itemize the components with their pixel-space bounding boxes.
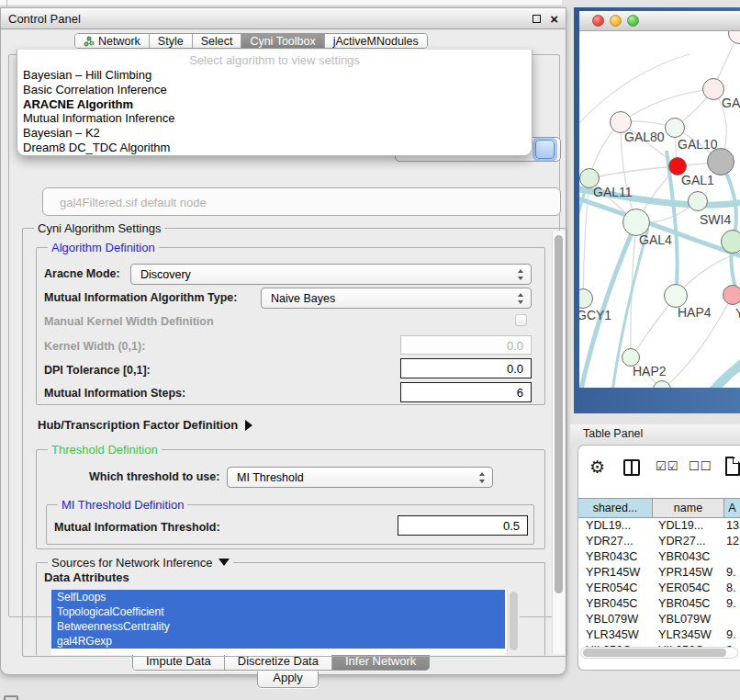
network-node-gal10[interactable] [665, 118, 685, 138]
table-cell: 8. [724, 581, 740, 596]
top-toolbar-strip [0, 0, 562, 6]
table-cell: YDR27... [653, 534, 724, 549]
aracne-mode-combobox[interactable]: Discovery [130, 264, 532, 285]
data-attributes-list[interactable]: SelfLoopsTopologicalCoefficientBetweenne… [51, 590, 520, 655]
kernel-width-value: 0.0 [507, 338, 523, 352]
close-traffic-light-icon[interactable] [592, 15, 604, 27]
table-cell: YER054C [653, 581, 724, 596]
table-hscrollbar[interactable] [580, 647, 738, 659]
table-cell [724, 612, 740, 627]
table-cell: YBR045C [578, 596, 653, 612]
algorithm-option-bayesian-k2[interactable]: Bayesian – K2 [21, 126, 528, 141]
mi-threshold-input[interactable]: 0.5 [398, 515, 528, 536]
sources-group: Sources for Network Inference Data Attri… [36, 562, 545, 656]
column-header-1[interactable]: name [653, 499, 724, 517]
network-table-combobox[interactable]: gal4Filtered.sif default node [42, 187, 561, 216]
attribute-item-betweennesscentrality[interactable]: BetweennessCentrality [51, 619, 505, 634]
node-label: SWI4 [700, 212, 731, 227]
table-cell: 9. [724, 596, 740, 612]
table-row[interactable]: YBR043CYBR043C [578, 549, 740, 565]
table-row[interactable]: YER054CYER054C8. [578, 581, 740, 596]
minimize-traffic-light-icon[interactable] [610, 15, 622, 27]
dropdown-items: Bayesian – Hill ClimbingBasic Correlatio… [21, 68, 528, 155]
kernel-width-input[interactable]: 0.0 [400, 335, 532, 355]
table-row[interactable]: YDR27...YDR27...12 [578, 534, 740, 549]
node-label: GAL80 [624, 130, 665, 144]
network-view-window: GALGAL80GAL10GAL1GAL11SWI4GAL4GCY1HAP4YH… [574, 7, 740, 413]
table-cell: YBR043C [653, 549, 724, 565]
network-node[interactable] [721, 230, 740, 254]
combobox-focus-button[interactable] [535, 140, 555, 159]
algorithm-option-dream8-dc-tdc-algorithm[interactable]: Dream8 DC_TDC Algorithm [21, 141, 528, 155]
network-node-y[interactable] [723, 285, 740, 305]
mi-threshold-label: Mutual Information Threshold: [54, 521, 220, 534]
table-cell: YBR043C [578, 549, 653, 565]
table-cell: YER054C [578, 581, 653, 596]
table-row[interactable]: YPR145WYPR145W9. [578, 565, 740, 581]
column-layout-icon[interactable] [623, 459, 640, 476]
mi-steps-input[interactable]: 6 [400, 382, 532, 402]
network-window-titlebar[interactable] [579, 11, 740, 31]
algorithm-option-aracne-algorithm[interactable]: ARACNE Algorithm [21, 97, 528, 112]
column-header-2[interactable]: A [724, 499, 740, 517]
tab-select[interactable]: Select [193, 34, 242, 48]
sources-title[interactable]: Sources for Network Inference [48, 556, 233, 570]
mi-steps-label: Mutual Information Steps: [44, 387, 185, 400]
gear-icon[interactable]: ⚙ [589, 457, 605, 478]
network-table-value: gal4Filtered.sif default node [60, 196, 207, 209]
aracne-mode-value: Discovery [140, 268, 191, 281]
float-window-icon[interactable] [533, 15, 541, 23]
export-table-icon[interactable] [725, 457, 740, 476]
attribute-item-topologicalcoefficient[interactable]: TopologicalCoefficient [51, 604, 505, 619]
table-panel-titlebar: Table Panel [570, 424, 740, 443]
zoom-traffic-light-icon[interactable] [627, 15, 639, 27]
node-label: GCY1 [579, 308, 611, 322]
which-threshold-combobox[interactable]: MI Threshold [227, 467, 493, 488]
settings-scrollbar[interactable] [552, 231, 565, 654]
hub-definition-expander[interactable]: Hub/Transcription Factor Definition [38, 418, 252, 432]
tab-style[interactable]: Style [150, 34, 193, 48]
attribute-item-selfloops[interactable]: SelfLoops [51, 590, 505, 604]
table-cell: YPR145W [653, 565, 724, 581]
table-cell: YPR145W [578, 565, 653, 581]
data-attributes-label: Data Attributes [44, 570, 129, 584]
spinner-icon [478, 472, 486, 483]
table-row[interactable]: YDL19...YDL19...13 [578, 518, 740, 534]
deselect-all-checkboxes-icon[interactable]: ☐☐ [689, 459, 712, 473]
window-restore-icon[interactable] [4, 695, 18, 700]
table-cell: YDL19... [578, 518, 653, 534]
network-canvas[interactable]: GALGAL80GAL10GAL1GAL11SWI4GAL4GCY1HAP4YH… [579, 31, 740, 388]
column-header-0[interactable]: shared... [578, 499, 653, 517]
spinner-icon [517, 269, 524, 280]
mi-type-combobox[interactable]: Naive Bayes [261, 288, 532, 309]
table-row[interactable]: YLR345WYLR345W9. [578, 627, 740, 643]
close-icon[interactable]: × [550, 10, 558, 28]
table-cell: YBL079W [653, 612, 724, 627]
table-row[interactable]: YBR045CYBR045C9. [578, 596, 740, 612]
table-row[interactable]: YBL079WYBL079W [578, 612, 740, 627]
network-node[interactable] [707, 148, 734, 175]
algorithm-definition-group: Algorithm Definition Aracne Mode: Discov… [36, 247, 545, 405]
algorithm-option-basic-correlation-inference[interactable]: Basic Correlation Inference [21, 83, 528, 97]
node-label: HAP4 [678, 305, 712, 320]
algorithm-option-bayesian-hill-climbing[interactable]: Bayesian – Hill Climbing [21, 68, 528, 83]
network-node-swi4[interactable] [688, 191, 708, 211]
cyni-algorithm-settings-group: Cyni Algorithm Settings Algorithm Defini… [22, 228, 567, 657]
attribute-item-gal4rgexp[interactable]: gal4RGexp [51, 634, 505, 649]
dpi-tolerance-input[interactable]: 0.0 [400, 358, 532, 378]
table-cell: 9. [724, 565, 740, 581]
node-label: GAL4 [639, 232, 672, 247]
select-all-checkboxes-icon[interactable]: ☑☑ [656, 459, 678, 473]
group-title: MI Threshold Definition [58, 498, 187, 512]
tab-jactivemnodules[interactable]: jActiveMNodules [325, 34, 427, 48]
dropdown-hint: Select algorithm to view settings [17, 53, 532, 67]
tab-network[interactable]: Network [75, 34, 150, 48]
node-label: GAL10 [678, 137, 718, 152]
algorithm-option-mutual-information-inference[interactable]: Mutual Information Inference [21, 111, 528, 126]
tab-cyni-toolbox[interactable]: Cyni Toolbox [241, 34, 324, 48]
manual-kernel-checkbox[interactable] [515, 314, 527, 326]
kernel-width-label: Kernel Width (0,1): [44, 340, 145, 353]
group-title: Threshold Definition [48, 443, 162, 457]
attributes-scrollbar[interactable] [507, 590, 520, 655]
panel-title: Control Panel [8, 12, 81, 26]
